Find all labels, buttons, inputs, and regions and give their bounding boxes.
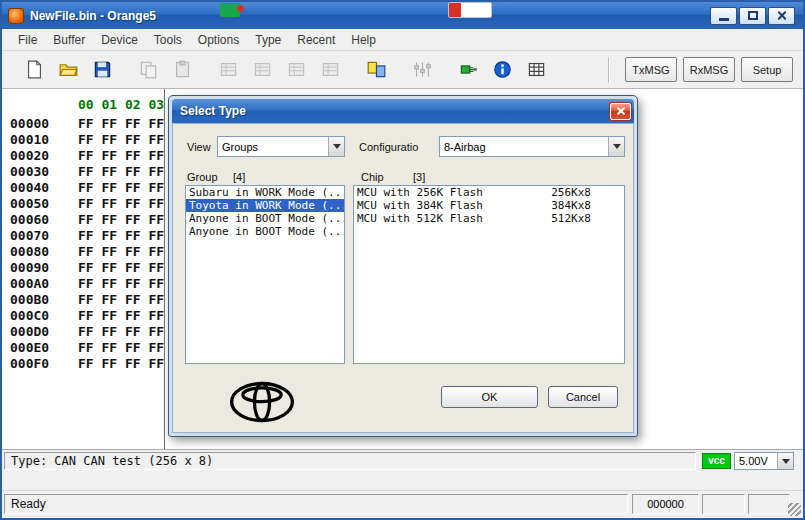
hex-column-header: 00 01 02 03 (78, 97, 164, 112)
cancel-button[interactable]: Cancel (548, 386, 618, 408)
hex-values: FF FF FF FF (78, 244, 164, 260)
app-icon (8, 8, 24, 24)
dialog-title: Select Type (172, 104, 246, 118)
hex-row[interactable]: 00030 FF FF FF FF (2, 164, 164, 180)
save-file-icon[interactable] (88, 56, 116, 83)
connect-device-icon[interactable] (454, 56, 482, 83)
rxmsg-button[interactable]: RxMSG (683, 57, 735, 82)
dropdown-arrow-icon[interactable] (608, 137, 624, 156)
maximize-button[interactable] (739, 7, 766, 25)
hex-row[interactable]: 00010 FF FF FF FF (2, 132, 164, 148)
hex-address: 00060 (10, 212, 70, 228)
hex-row[interactable]: 000E0 FF FF FF FF (2, 340, 164, 356)
menu-buffer[interactable]: Buffer (45, 30, 93, 50)
chip-list-item[interactable]: MCU with 512K Flash 512Kx8 (354, 212, 624, 225)
dropdown-arrow-icon[interactable] (777, 453, 793, 469)
menu-device[interactable]: Device (93, 30, 146, 50)
hex-address: 000A0 (10, 276, 70, 292)
buffer-4-icon[interactable] (316, 56, 344, 83)
hex-address: 00020 (10, 148, 70, 164)
menubar: File Buffer Device Tools Options Type Re… (2, 29, 803, 51)
hex-address: 000C0 (10, 308, 70, 324)
hex-address: 000B0 (10, 292, 70, 308)
chip-list-item[interactable]: MCU with 384K Flash 384Kx8 (354, 199, 624, 212)
resize-grip[interactable] (788, 503, 801, 516)
menu-type[interactable]: Type (247, 30, 289, 50)
close-icon (615, 106, 626, 117)
group-list[interactable]: Subaru in WORK Mode (... Toyota in WORK … (185, 185, 345, 364)
window-title: NewFile.bin - Orange5 (30, 9, 156, 23)
menu-file[interactable]: File (10, 30, 45, 50)
swap-buffers-icon[interactable] (362, 56, 390, 83)
group-list-item[interactable]: Anyone in BOOT Mode (... (186, 212, 344, 225)
hex-row[interactable]: 00000 FF FF FF FF (2, 116, 164, 132)
minimize-button[interactable] (710, 7, 737, 25)
chip-list[interactable]: MCU with 256K Flash 256Kx8 MCU with 384K… (353, 185, 625, 364)
new-file-icon[interactable] (20, 56, 48, 83)
buffer-3-icon[interactable] (282, 56, 310, 83)
hex-address: 00010 (10, 132, 70, 148)
ready-status: Ready (4, 494, 628, 514)
buffer-2-icon[interactable] (248, 56, 276, 83)
hex-row[interactable]: 00080 FF FF FF FF (2, 244, 164, 260)
txmsg-button[interactable]: TxMSG (625, 57, 677, 82)
dialog-close-button[interactable] (610, 103, 631, 120)
hex-row[interactable]: 000B0 FF FF FF FF (2, 292, 164, 308)
hex-values: FF FF FF FF (78, 164, 164, 180)
chip-list-item[interactable]: MCU with 256K Flash 256Kx8 (354, 186, 624, 199)
menu-tools[interactable]: Tools (146, 30, 190, 50)
open-file-icon[interactable] (54, 56, 82, 83)
info-icon[interactable] (488, 56, 516, 83)
statusbar: Ready 000000 (2, 490, 803, 518)
vcc-indicator: vcc (702, 453, 731, 469)
hex-row[interactable]: 00060 FF FF FF FF (2, 212, 164, 228)
menu-recent[interactable]: Recent (289, 30, 343, 50)
hex-address: 000F0 (10, 356, 70, 372)
menu-help[interactable]: Help (343, 30, 384, 50)
group-list-item[interactable]: Toyota in WORK Mode (... (186, 199, 344, 212)
chip-name: MCU with 384K Flash (357, 199, 551, 212)
hex-row[interactable]: 000D0 FF FF FF FF (2, 324, 164, 340)
hex-values: FF FF FF FF (78, 356, 164, 372)
group-list-item[interactable]: Subaru in WORK Mode (... (186, 186, 344, 199)
hex-row[interactable]: 00040 FF FF FF FF (2, 180, 164, 196)
background-artifact (220, 3, 240, 17)
hex-values: FF FF FF FF (78, 116, 164, 132)
configuration-select[interactable]: 8-Airbag (439, 136, 625, 157)
hex-row[interactable]: 000C0 FF FF FF FF (2, 308, 164, 324)
hex-row[interactable]: 00070 FF FF FF FF (2, 228, 164, 244)
copy-icon[interactable] (134, 56, 162, 83)
view-value: Groups (218, 141, 328, 153)
titlebar[interactable]: NewFile.bin - Orange5 (2, 2, 803, 29)
chip-name: MCU with 512K Flash (357, 212, 551, 225)
group-count: [4] (233, 171, 245, 183)
group-label: Group (187, 171, 218, 183)
hex-rows: 00000 FF FF FF FF 00010 FF FF FF FF 0002… (2, 116, 164, 372)
group-list-item[interactable]: Anyone in BOOT Mode (... (186, 225, 344, 238)
close-icon (776, 10, 787, 21)
hex-row[interactable]: 000A0 FF FF FF FF (2, 276, 164, 292)
hex-address: 00000 (10, 116, 70, 132)
paste-icon[interactable] (168, 56, 196, 83)
toolbar: TxMSG RxMSG Setup (2, 51, 803, 89)
signal-levels-icon[interactable] (408, 56, 436, 83)
view-select[interactable]: Groups (217, 136, 345, 157)
menu-options[interactable]: Options (190, 30, 247, 50)
chip-name: MCU with 256K Flash (357, 186, 551, 199)
voltage-select[interactable]: 5.00V (734, 452, 794, 470)
close-button[interactable] (768, 7, 795, 25)
checksum-icon[interactable] (522, 56, 550, 83)
background-artifact (448, 2, 492, 18)
buffer-1-icon[interactable] (214, 56, 242, 83)
triangle-icon (333, 144, 341, 149)
hex-row[interactable]: 00020 FF FF FF FF (2, 148, 164, 164)
hex-row[interactable]: 00090 FF FF FF FF (2, 260, 164, 276)
toyota-logo (229, 378, 295, 426)
ok-button[interactable]: OK (441, 386, 538, 408)
dropdown-arrow-icon[interactable] (328, 137, 344, 156)
hex-row[interactable]: 000F0 FF FF FF FF (2, 356, 164, 372)
dialog-body: View Groups Configuratio 8-Airbag Group … (172, 123, 634, 433)
dialog-titlebar[interactable]: Select Type (172, 99, 634, 123)
hex-row[interactable]: 00050 FF FF FF FF (2, 196, 164, 212)
setup-button[interactable]: Setup (741, 57, 793, 82)
